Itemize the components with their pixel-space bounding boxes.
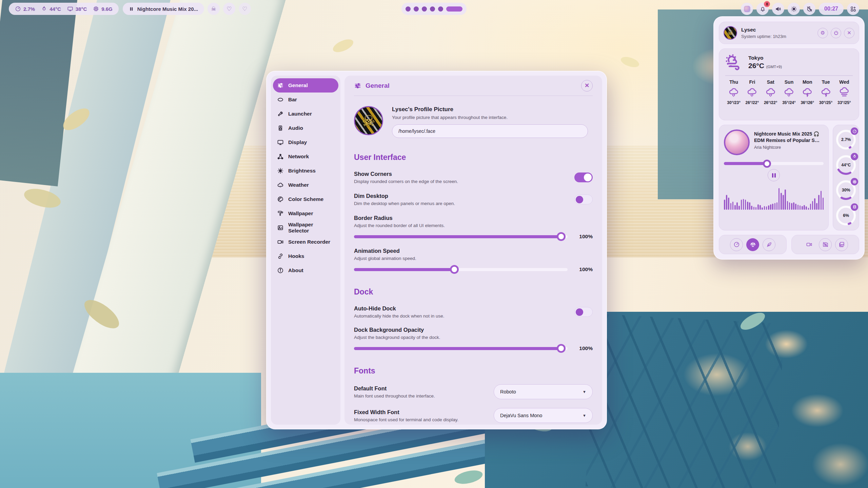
visualizer-bar [726,195,727,210]
power-icon [833,30,839,36]
forecast-day-label: Wed [839,79,849,85]
power-profile-card [719,235,787,254]
sidebar-item-color-scheme[interactable]: Color Scheme [273,192,338,206]
skull-avatar-glyph: ☠ [355,107,382,134]
progress-knob[interactable] [763,160,771,168]
rain-cloud-icon [784,87,794,98]
border-radius-slider[interactable] [354,235,568,238]
close-button[interactable]: ✕ [581,80,593,92]
close-icon: ✕ [585,82,589,89]
cpu-temp-stat[interactable]: 44°C [41,6,61,12]
visualizer-bar [766,206,767,210]
gpu-temp-stat[interactable]: 38°C [67,6,87,12]
settings-content: General ✕ ☠ Lysec's Profile Picture Your… [344,76,602,425]
night-light-off-button[interactable] [803,3,815,15]
setting-row-dock-bg-opacity: Dock Background Opacity Adjust the backg… [354,327,593,351]
slider-knob[interactable] [450,265,459,274]
gpu-temp-value: 38°C [76,6,87,12]
sidebar-item-wallpaper-selector[interactable]: Wallpaper Selector [273,221,338,235]
sidebar-item-hooks[interactable]: Hooks [273,249,338,263]
gallery-button[interactable] [835,238,848,251]
progress-fill [724,162,767,165]
balanced-profile-button[interactable] [746,238,759,251]
workspace-dot[interactable] [414,6,419,12]
heart-icon[interactable]: ♡ [239,3,251,15]
setting-description: Automatically hide the dock when not in … [354,313,444,319]
workspace-dot[interactable] [422,6,427,12]
sidebar-item-general[interactable]: General [273,78,338,93]
notifications-button[interactable]: 8 [756,3,769,15]
pause-button[interactable] [768,169,780,181]
slider-knob[interactable] [557,344,566,353]
clock[interactable]: 00:27 [819,3,844,15]
visualizer-bar [789,202,790,210]
profile-path-input[interactable] [392,124,588,138]
display-icon [67,6,73,12]
sidebar-item-wallpaper[interactable]: Wallpaper [273,206,338,221]
dashboard-button[interactable] [847,3,859,15]
setting-description: Main font used throughout the interface. [354,393,435,399]
slider-knob[interactable] [557,232,566,241]
setting-label: Border Radius [354,215,593,221]
workspace-active-pill[interactable] [446,6,462,12]
sidebar-item-screen-recorder[interactable]: Screen Recorder [273,235,338,249]
power-button[interactable] [831,28,841,38]
flame-icon [41,6,47,12]
visualizer-bar [734,205,736,210]
profile-avatar[interactable]: ☠ [354,106,383,135]
cpu-usage-stat[interactable]: 2.7% [15,6,35,12]
workspace-dot[interactable] [438,6,443,12]
sidebar-item-audio[interactable]: Audio [273,121,338,135]
skull-avatar-glyph: ☠ [724,27,736,39]
hub-icon [277,153,284,160]
track-progress-slider[interactable] [724,162,824,165]
forecast-day-label: Tue [822,79,830,85]
memory-stat[interactable]: 9.6G [93,6,113,12]
dropdown-value: DejaVu Sans Mono [500,413,542,418]
screenshot-off-button[interactable] [819,238,832,251]
sidebar-item-launcher[interactable]: Launcher [273,107,338,121]
dim-desktop-toggle[interactable] [574,195,593,204]
forecast-day: Fri 26°/22° [743,79,761,105]
animation-speed-slider[interactable] [354,268,568,271]
sidebar-item-network[interactable]: Network [273,149,338,164]
screen-record-button[interactable] [803,238,815,251]
forecast-temps: 33°/25° [837,100,851,105]
close-panel-button[interactable]: ✕ [844,28,854,38]
auto-hide-dock-toggle[interactable] [574,307,593,317]
workspace-dot[interactable] [430,6,435,12]
cloud-icon [277,182,284,188]
heart-icon[interactable]: ♡ [223,3,235,15]
sidebar-item-weather[interactable]: Weather [273,178,338,192]
top-bar: 2.7% 44°C 38°C 9.6G Nightcore Music Mix … [0,0,868,15]
sidebar-item-about[interactable]: About [273,263,338,278]
sidebar-label: Color Scheme [288,196,323,202]
dock-bg-opacity-slider[interactable] [354,347,568,350]
settings-button[interactable]: ⚙ [817,28,828,38]
track-title-line2: EDM Remixes of Popular S… [754,138,820,143]
sidebar-item-bar[interactable]: Bar [273,93,338,107]
media-player-pill[interactable]: Nightcore Music Mix 20... [123,3,204,15]
pause-icon [772,173,773,178]
show-corners-toggle[interactable] [574,172,593,182]
brightness-button[interactable] [788,3,800,15]
night-light-off-icon [806,6,813,12]
skull-icon[interactable]: ☠ [208,3,220,15]
sidebar-item-brightness[interactable]: Brightness [273,164,338,178]
volume-button[interactable] [772,3,784,15]
fixed-width-font-dropdown[interactable]: DejaVu Sans Mono ▼ [494,408,593,423]
forecast-temps: 35°/24° [782,100,796,105]
forecast-day: Sat 26°/22° [762,79,780,105]
videocam-icon [277,239,284,245]
thunder-cloud-icon [821,87,831,98]
sidebar-item-display[interactable]: Display [273,135,338,149]
visualizer-bar [806,206,807,210]
workspace-indicator [401,3,467,15]
default-font-dropdown[interactable]: Roboto ▼ [494,384,593,399]
power-saver-profile-button[interactable] [763,238,775,251]
tray-app-icon[interactable] [741,3,753,15]
toggle-knob [576,308,583,316]
workspace-dot[interactable] [406,6,411,12]
divider [725,75,853,76]
performance-profile-button[interactable] [730,238,743,251]
